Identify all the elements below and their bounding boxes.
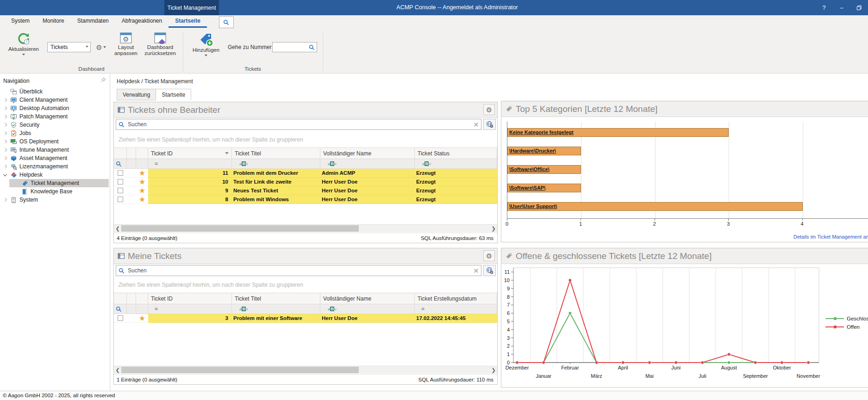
refresh-button[interactable]: Aktualisieren bbox=[5, 32, 43, 57]
search-icon[interactable] bbox=[309, 44, 315, 50]
abc-filter-icon[interactable]: aBc bbox=[328, 161, 337, 166]
add-button[interactable]: Hinzufügen bbox=[191, 32, 221, 58]
details-link[interactable]: Details im Ticket Management anzeigen bbox=[793, 234, 868, 240]
abc-filter-icon[interactable]: aBc bbox=[239, 307, 248, 311]
row-checkbox[interactable] bbox=[118, 188, 123, 193]
scroll-right-icon[interactable]: ❯ bbox=[490, 225, 497, 232]
column-header-ticket-status[interactable]: Ticket Status bbox=[415, 148, 497, 159]
sidebar-item-überblick[interactable]: Überblick bbox=[0, 87, 110, 96]
tab-verwaltung[interactable]: Verwaltung bbox=[117, 89, 156, 100]
column-header-ticket-erstellungsdatum[interactable]: Ticket Erstellungsdatum bbox=[415, 293, 497, 304]
filter-cell[interactable]: aBc bbox=[320, 304, 415, 314]
filter-cell[interactable]: aBc bbox=[320, 159, 415, 169]
layout-adjust-button[interactable]: ⚙ Layoutanpassen bbox=[112, 32, 139, 56]
row-checkbox[interactable] bbox=[118, 315, 123, 321]
row-select-cell[interactable] bbox=[114, 186, 127, 195]
column-header-ticket-titel[interactable]: Ticket Titel bbox=[232, 293, 320, 304]
pin-icon[interactable] bbox=[100, 77, 106, 83]
panel-settings-button[interactable]: ⚙ bbox=[483, 104, 495, 115]
scrollbar-thumb[interactable] bbox=[121, 225, 359, 232]
horizontal-scrollbar[interactable]: ❮ ❯ bbox=[114, 224, 497, 232]
star-icon[interactable]: ★ bbox=[139, 170, 145, 176]
view-combobox[interactable]: Tickets bbox=[47, 42, 91, 52]
scroll-left-icon[interactable]: ❮ bbox=[114, 225, 121, 232]
horizontal-scrollbar[interactable]: ❮ ❯ bbox=[114, 366, 497, 374]
filter-search-cell[interactable] bbox=[114, 304, 127, 314]
search-scope-button[interactable] bbox=[483, 265, 496, 276]
expand-icon[interactable] bbox=[3, 131, 7, 135]
star-icon[interactable]: ★ bbox=[139, 187, 145, 194]
abc-filter-icon[interactable]: aBc bbox=[239, 161, 248, 166]
dashboard-reset-button[interactable]: Dashboardzurücksetzen bbox=[140, 32, 180, 56]
panel-settings-button[interactable]: ⚙ bbox=[483, 250, 495, 261]
table-row[interactable]: ★11Problem mit dem DruckerAdmin ACMPErze… bbox=[114, 169, 497, 178]
search-scope-button[interactable] bbox=[483, 119, 496, 130]
expand-icon[interactable] bbox=[3, 156, 7, 160]
sidebar-item-jobs[interactable]: Jobs bbox=[0, 129, 110, 137]
expand-icon[interactable] bbox=[3, 115, 7, 118]
row-star-cell[interactable]: ★ bbox=[136, 178, 148, 186]
row-star-cell[interactable]: ★ bbox=[136, 169, 148, 178]
star-icon[interactable]: ★ bbox=[139, 315, 145, 321]
expand-icon[interactable] bbox=[3, 106, 7, 110]
sidebar-item-client-management[interactable]: Client Management bbox=[0, 96, 110, 104]
star-icon[interactable]: ★ bbox=[139, 178, 145, 185]
table-row[interactable]: ★10Test für Link die zweiteHerr User Doe… bbox=[114, 178, 497, 186]
table-row[interactable]: ★3Problem mit einer SoftwareHerr User Do… bbox=[114, 314, 497, 323]
column-header-vollständiger-name[interactable]: Vollständiger Name bbox=[320, 148, 415, 159]
sidebar-item-system[interactable]: System bbox=[0, 196, 110, 204]
sidebar-item-security[interactable]: Security bbox=[0, 121, 110, 129]
menu-item-startseite[interactable]: Startseite bbox=[169, 15, 207, 28]
column-header-ticket-id[interactable]: Ticket ID bbox=[148, 293, 232, 304]
expand-icon[interactable] bbox=[3, 98, 7, 102]
sidebar-item-intune-management[interactable]: Intune Management bbox=[0, 146, 110, 154]
sidebar-item-ticket-management[interactable]: Ticket Management bbox=[0, 179, 110, 187]
sidebar-item-asset-management[interactable]: Asset Management bbox=[0, 154, 110, 162]
row-checkbox[interactable] bbox=[118, 179, 123, 185]
filter-cell[interactable]: = bbox=[148, 159, 232, 169]
row-checkbox[interactable] bbox=[118, 197, 123, 202]
table-row[interactable]: ★8Problem mit WindowsHerr User DoeErzeug… bbox=[114, 195, 497, 204]
row-select-cell[interactable] bbox=[114, 314, 127, 323]
filter-cell[interactable]: aBc bbox=[415, 159, 497, 169]
column-header-vollständiger-name[interactable]: Vollständiger Name bbox=[320, 293, 415, 304]
sidebar-item-desktop-automation[interactable]: Desktop Automation bbox=[0, 104, 110, 112]
scroll-left-icon[interactable]: ❮ bbox=[114, 366, 121, 374]
row-star-cell[interactable]: ★ bbox=[136, 314, 148, 323]
expand-icon[interactable] bbox=[3, 148, 7, 152]
row-checkbox[interactable] bbox=[118, 170, 123, 176]
filter-cell[interactable]: aBc bbox=[232, 304, 320, 314]
help-button[interactable]: ? bbox=[817, 0, 831, 15]
row-select-cell[interactable] bbox=[114, 178, 127, 186]
equals-filter-icon[interactable]: = bbox=[155, 306, 158, 312]
minimize-button[interactable]: – bbox=[835, 0, 849, 15]
star-icon[interactable]: ★ bbox=[139, 196, 145, 203]
sidebar-item-os-deployment[interactable]: OS Deployment bbox=[0, 137, 110, 146]
ribbon-search-button[interactable] bbox=[219, 16, 234, 28]
expand-icon[interactable] bbox=[3, 198, 7, 202]
equals-filter-icon[interactable]: = bbox=[155, 160, 158, 167]
tab-startseite[interactable]: Startseite bbox=[156, 89, 191, 100]
menu-item-monitore[interactable]: Monitore bbox=[36, 15, 71, 28]
column-header-ticket-id[interactable]: Ticket ID bbox=[148, 148, 232, 159]
clear-search-icon[interactable] bbox=[474, 268, 479, 273]
search-input[interactable] bbox=[127, 267, 471, 274]
scrollbar-thumb[interactable] bbox=[121, 367, 359, 373]
row-star-cell[interactable]: ★ bbox=[136, 195, 148, 204]
sidebar-item-patch-management[interactable]: Patch Management bbox=[0, 112, 110, 121]
column-header-ticket-titel[interactable]: Ticket Titel bbox=[232, 148, 320, 159]
filter-search-cell[interactable] bbox=[114, 159, 127, 169]
menu-item-abfrageaktionen[interactable]: Abfrageaktionen bbox=[115, 15, 169, 28]
restore-icon[interactable] bbox=[852, 0, 866, 15]
expand-icon[interactable] bbox=[3, 123, 7, 127]
goto-number-input[interactable] bbox=[273, 44, 309, 50]
filter-cell[interactable]: = bbox=[148, 304, 232, 314]
search-box[interactable] bbox=[116, 119, 481, 130]
scroll-right-icon[interactable]: ❯ bbox=[490, 366, 497, 374]
sidebar-item-lizenzmanagement[interactable]: Lizenzmanagement bbox=[0, 162, 110, 171]
menu-item-system[interactable]: System bbox=[5, 15, 36, 28]
filter-cell[interactable]: = bbox=[415, 304, 497, 314]
clear-search-icon[interactable] bbox=[474, 122, 479, 127]
table-row[interactable]: ★9Neues Test TicketHerr User DoeErzeugt bbox=[114, 186, 497, 195]
sidebar-item-knowledge-base[interactable]: Knowledge Base bbox=[0, 187, 110, 196]
